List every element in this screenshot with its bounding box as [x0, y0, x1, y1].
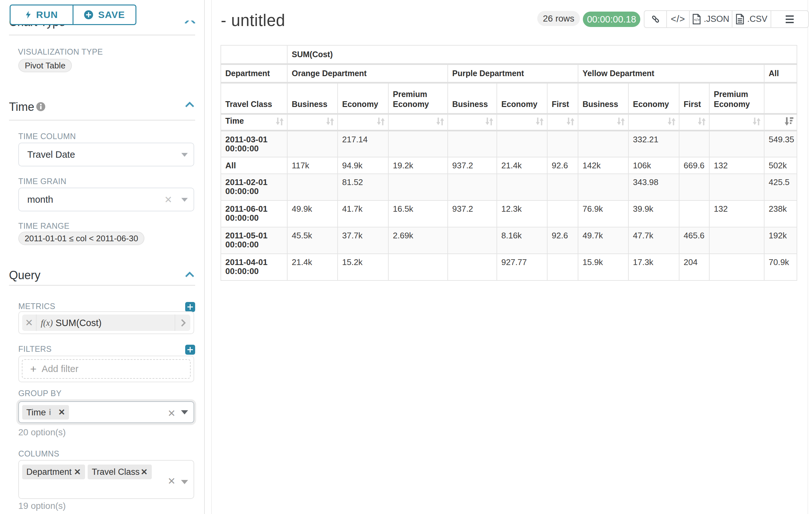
svg-text:</>: </> [694, 18, 700, 22]
